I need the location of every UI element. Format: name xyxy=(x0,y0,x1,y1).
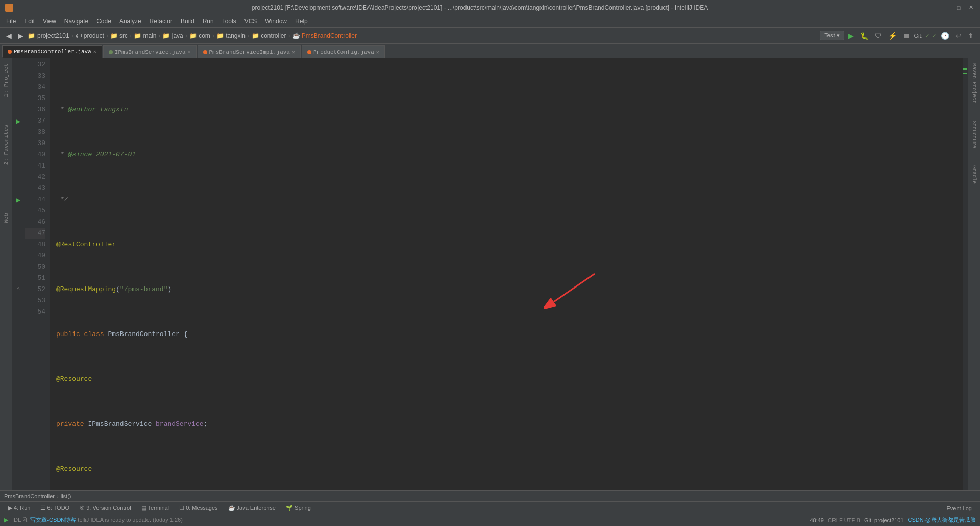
status-git: Git: project2101 xyxy=(864,517,904,523)
tab-productconfig[interactable]: ProductConfig.java ✕ xyxy=(302,45,385,58)
tab-close-pmsbrand[interactable]: ✕ xyxy=(93,49,96,55)
bottom-tab-messages[interactable]: ☐ 0: Messages xyxy=(175,502,222,514)
fold-icon-52[interactable]: ⌃ xyxy=(16,286,20,294)
file-tabs: PmsBrandController.java ✕ IPmsBrandServi… xyxy=(0,44,980,58)
method-bc-method[interactable]: list() xyxy=(61,493,71,499)
menu-refactor[interactable]: Refactor xyxy=(145,17,177,26)
tab-close-iface[interactable]: ✕ xyxy=(187,49,190,55)
menu-analyze[interactable]: Analyze xyxy=(115,17,145,26)
breadcrumb-project2101-label[interactable]: project2101 xyxy=(37,32,69,39)
code-line-40: @Resource xyxy=(56,464,963,475)
breadcrumb-main[interactable]: 📁 main xyxy=(134,32,156,39)
ln-37: 37 xyxy=(24,115,45,127)
breadcrumb-tangxin[interactable]: 📁 tangxin xyxy=(216,32,246,39)
menu-file[interactable]: File xyxy=(2,17,20,26)
tab-close-productconfig[interactable]: ✕ xyxy=(376,49,379,55)
bottom-tab-vcs[interactable]: ⑨ 9: Version Control xyxy=(76,502,135,514)
toolbar: ◀ ▶ 📁 project2101 › 🏷 product › 📁 src › … xyxy=(0,28,980,44)
gutter-line-42 xyxy=(12,172,24,183)
status-ide-text: IDE 和 写文章-CSDN博客 telliJ IDEA is ready to… xyxy=(12,516,183,524)
ln-38: 38 xyxy=(24,127,45,138)
ln-45: 45 xyxy=(24,205,45,217)
bottom-tab-terminal[interactable]: ▤ Terminal xyxy=(137,502,173,514)
menu-view[interactable]: View xyxy=(39,17,60,26)
stop-button[interactable]: ⏹ xyxy=(901,31,912,41)
code-line-36: @RequestMapping("/pms-brand") xyxy=(56,284,963,295)
code-line-37: public class PmsBrandController { xyxy=(56,329,963,340)
breadcrumb-controller[interactable]: 📁 controller xyxy=(252,32,286,39)
ln-50: 50 xyxy=(24,261,45,273)
menu-navigate[interactable]: Navigate xyxy=(60,17,92,26)
status-cursor-pos: 48:49 xyxy=(810,517,824,523)
status-csdn-link[interactable]: 写文章-CSDN博客 xyxy=(30,517,76,523)
run-icon-class[interactable]: ▶ xyxy=(16,117,20,126)
window-controls[interactable]: ─ □ ✕ xyxy=(942,4,975,12)
gutter: ▶ ▶ ⌃ xyxy=(12,58,24,490)
run-icon-method[interactable]: ▶ xyxy=(16,196,20,204)
right-tab-structure[interactable]: Structure xyxy=(969,117,979,151)
forward-button[interactable]: ▶ xyxy=(16,31,26,41)
status-encoding: CRLF UTF-8 xyxy=(828,517,860,523)
menu-build[interactable]: Build xyxy=(177,17,199,26)
maximize-button[interactable]: □ xyxy=(954,4,963,12)
left-tab-favorites[interactable]: 2: Favorites xyxy=(1,122,11,168)
bottom-tab-run[interactable]: ▶ 4: Run xyxy=(4,502,34,514)
vertical-scrollbar[interactable] xyxy=(963,58,968,490)
close-button[interactable]: ✕ xyxy=(967,4,975,12)
run-button[interactable]: ▶ xyxy=(846,31,856,41)
menu-help[interactable]: Help xyxy=(291,17,312,26)
push-button[interactable]: ⬆ xyxy=(966,31,976,41)
menu-window[interactable]: Window xyxy=(261,17,291,26)
breadcrumb-java[interactable]: 📁 java xyxy=(162,32,183,39)
code-editor[interactable]: * @author tangxin * @since 2021-07-01 */… xyxy=(50,58,963,490)
menu-vcs[interactable]: VCS xyxy=(240,17,261,26)
method-breadcrumb: PmsBrandController › list() xyxy=(0,490,980,501)
breadcrumb-com[interactable]: 📁 com xyxy=(189,32,210,39)
gutter-line-35 xyxy=(12,93,24,104)
menu-code[interactable]: Code xyxy=(92,17,115,26)
bottom-tab-java-enterprise[interactable]: ☕ Java Enterprise xyxy=(224,502,280,514)
breadcrumb-class[interactable]: ☕ PmsBrandController xyxy=(292,32,357,39)
gutter-line-47 xyxy=(12,228,24,239)
breadcrumb-src[interactable]: 📁 src xyxy=(110,32,128,39)
bottom-tab-todo[interactable]: ☰ 6: TODO xyxy=(36,502,74,514)
tab-icon-productconfig xyxy=(307,50,311,54)
tab-pmsbrandcontroller[interactable]: PmsBrandController.java ✕ xyxy=(2,45,102,58)
tab-icon-impl xyxy=(203,50,207,54)
bottom-tab-event-log[interactable]: Event Log xyxy=(942,502,976,514)
menu-run[interactable]: Run xyxy=(199,17,218,26)
breadcrumb-project2101[interactable]: 📁 xyxy=(28,32,35,39)
tab-close-impl[interactable]: ✕ xyxy=(292,49,295,55)
right-tab-gradle[interactable]: Gradle xyxy=(969,162,979,187)
git-history-button[interactable]: 🕐 xyxy=(939,31,951,41)
breadcrumb-product[interactable]: 🏷 xyxy=(76,32,82,39)
menu-tools[interactable]: Tools xyxy=(218,17,240,26)
right-tab-maven[interactable]: Maven Project xyxy=(969,60,979,106)
bottom-tab-spring[interactable]: 🌱 Spring xyxy=(282,502,315,514)
back-button[interactable]: ◀ xyxy=(4,31,14,41)
minimap-marker-1 xyxy=(963,68,967,70)
debug-button[interactable]: 🐛 xyxy=(858,31,871,41)
line-numbers: 32 33 34 35 36 37 38 39 40 41 42 43 44 4… xyxy=(24,58,50,490)
tab-ipmsbrandservice[interactable]: IPmsBrandService.java ✕ xyxy=(103,45,197,58)
ln-40: 40 xyxy=(24,149,45,160)
gutter-line-38 xyxy=(12,127,24,138)
profile-button[interactable]: ⚡ xyxy=(886,31,899,41)
gutter-line-51 xyxy=(12,273,24,284)
gutter-line-45 xyxy=(12,205,24,217)
git-rollback-button[interactable]: ↩ xyxy=(953,31,964,41)
method-bc-class[interactable]: PmsBrandController xyxy=(4,493,55,499)
ln-35: 35 xyxy=(24,93,45,104)
minimize-button[interactable]: ─ xyxy=(942,4,950,12)
left-tab-web[interactable]: Web xyxy=(1,210,11,226)
left-tab-project[interactable]: 1: Project xyxy=(1,60,11,100)
code-line-35: @RestController xyxy=(56,239,963,250)
tab-pmsbrandserviceimpl[interactable]: PmsBrandServiceImpl.java ✕ xyxy=(198,45,301,58)
coverage-button[interactable]: 🛡 xyxy=(873,31,884,41)
gutter-line-50 xyxy=(12,261,24,273)
menu-edit[interactable]: Edit xyxy=(20,17,39,26)
run-config-dropdown[interactable]: Test ▾ xyxy=(820,31,844,40)
breadcrumb-product-label[interactable]: product xyxy=(84,32,104,39)
left-panel: 1: Project 2: Favorites Web xyxy=(0,58,12,490)
gutter-line-43 xyxy=(12,183,24,194)
